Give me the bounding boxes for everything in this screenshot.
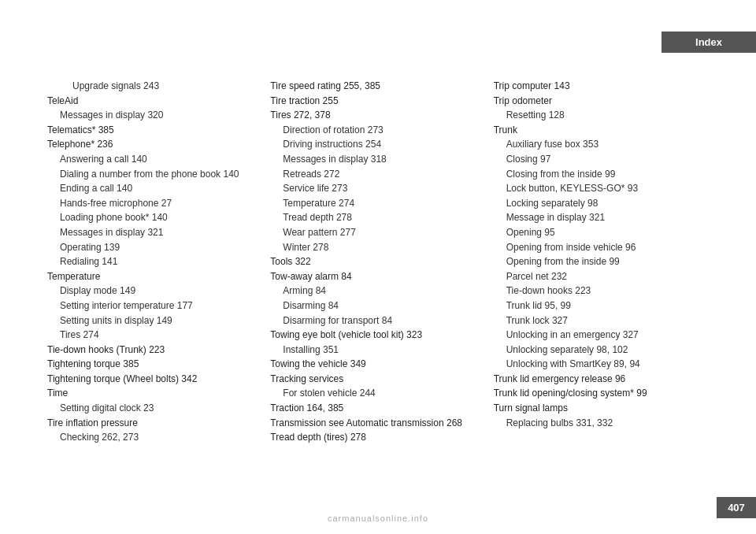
list-item: Arming 84 [270, 284, 485, 299]
list-item: Tools 322 [270, 254, 485, 269]
list-item: Messages in display 321 [47, 225, 262, 240]
list-item: Message in display 321 [494, 210, 709, 225]
list-item: Unlocking with SmartKey 89, 94 [494, 357, 709, 372]
list-item: Trunk [494, 123, 709, 138]
list-item: Auxiliary fuse box 353 [494, 137, 709, 152]
list-item: Display mode 149 [47, 284, 262, 299]
main-content: Upgrade signals 243TeleAidMessages in di… [47, 79, 709, 495]
watermark: carmanualsonline.info [328, 514, 428, 523]
list-item: Disarming for transport 84 [270, 313, 485, 328]
list-item: Traction 164, 385 [270, 401, 485, 416]
list-item: Messages in display 318 [270, 152, 485, 167]
list-item: Unlocking separately 98, 102 [494, 343, 709, 358]
list-item: Parcel net 232 [494, 269, 709, 284]
list-item: Tracking services [270, 372, 485, 387]
list-item: Setting digital clock 23 [47, 401, 262, 416]
list-item: Service life 273 [270, 181, 485, 196]
list-item: Trip computer 143 [494, 79, 709, 94]
list-item: Locking separately 98 [494, 196, 709, 211]
list-item: Dialing a number from the phone book 140 [47, 167, 262, 182]
list-item: Lock button, KEYLESS-GO* 93 [494, 181, 709, 196]
list-item: Tires 274 [47, 328, 262, 343]
list-item: Towing the vehicle 349 [270, 357, 485, 372]
list-item: Winter 278 [270, 240, 485, 255]
list-item: Setting interior temperature 177 [47, 299, 262, 313]
list-item: Time [47, 386, 262, 401]
list-item: Trunk lid opening/closing system* 99 [494, 386, 709, 401]
page-number: 407 [717, 497, 756, 518]
column-1: Upgrade signals 243TeleAidMessages in di… [47, 79, 270, 495]
list-item: Driving instructions 254 [270, 137, 485, 152]
list-item: Tightening torque (Wheel bolts) 342 [47, 372, 262, 387]
list-item: Ending a call 140 [47, 181, 262, 196]
list-item: Trunk lid emergency release 96 [494, 372, 709, 387]
list-item: Upgrade signals 243 [47, 79, 262, 94]
list-item: Answering a call 140 [47, 152, 262, 167]
list-item: Turn signal lamps [494, 401, 709, 416]
list-item: Towing eye bolt (vehicle tool kit) 323 [270, 328, 485, 343]
column-3: Trip computer 143Trip odometerResetting … [494, 79, 709, 495]
list-item: Wear pattern 277 [270, 225, 485, 240]
list-item: Telematics* 385 [47, 123, 262, 138]
column-2: Tire speed rating 255, 385Tire traction … [270, 79, 493, 495]
list-item: Checking 262, 273 [47, 430, 262, 445]
list-item: Operating 139 [47, 240, 262, 255]
list-item: Redialing 141 [47, 254, 262, 269]
list-item: Opening 95 [494, 225, 709, 240]
list-item: Messages in display 320 [47, 108, 262, 123]
list-item: Closing 97 [494, 152, 709, 167]
list-item: Tie-down hooks 223 [494, 284, 709, 299]
list-item: Trunk lock 327 [494, 313, 709, 328]
list-item: Opening from the inside 99 [494, 254, 709, 269]
list-item: Tie-down hooks (Trunk) 223 [47, 343, 262, 358]
list-item: Tire inflation pressure [47, 416, 262, 431]
list-item: Temperature 274 [270, 196, 485, 211]
list-item: Tread depth 278 [270, 210, 485, 225]
list-item: Tread depth (tires) 278 [270, 430, 485, 445]
list-item: Disarming 84 [270, 299, 485, 313]
list-item: Tire speed rating 255, 385 [270, 79, 485, 94]
list-item: Telephone* 236 [47, 137, 262, 152]
list-item: Replacing bulbs 331, 332 [494, 416, 709, 431]
list-item: Setting units in display 149 [47, 313, 262, 328]
list-item: Resetting 128 [494, 108, 709, 123]
list-item: Retreads 272 [270, 167, 485, 182]
list-item: Direction of rotation 273 [270, 123, 485, 138]
list-item: Trunk lid 95, 99 [494, 299, 709, 313]
list-item: Tire traction 255 [270, 94, 485, 109]
list-item: Hands-free microphone 27 [47, 196, 262, 211]
list-item: Tow-away alarm 84 [270, 269, 485, 284]
list-item: Transmission see Automatic transmission … [270, 416, 485, 431]
index-header: Index [662, 32, 756, 53]
list-item: Opening from inside vehicle 96 [494, 240, 709, 255]
list-item: Loading phone book* 140 [47, 210, 262, 225]
list-item: TeleAid [47, 94, 262, 109]
list-item: Temperature [47, 269, 262, 284]
list-item: Closing from the inside 99 [494, 167, 709, 182]
list-item: Trip odometer [494, 94, 709, 109]
list-item: Tires 272, 378 [270, 108, 485, 123]
list-item: Tightening torque 385 [47, 357, 262, 372]
list-item: For stolen vehicle 244 [270, 386, 485, 401]
list-item: Unlocking in an emergency 327 [494, 328, 709, 343]
list-item: Installing 351 [270, 343, 485, 358]
